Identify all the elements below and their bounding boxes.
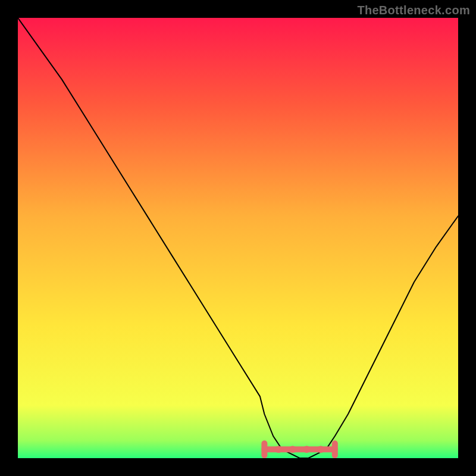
svg-point-5 <box>303 446 310 453</box>
svg-point-3 <box>275 446 282 453</box>
svg-point-6 <box>317 446 324 453</box>
watermark-text: TheBottleneck.com <box>357 4 470 17</box>
svg-point-4 <box>289 446 296 453</box>
chart-svg <box>18 18 458 458</box>
plot-area <box>18 18 458 458</box>
chart-frame: TheBottleneck.com <box>0 0 476 476</box>
svg-rect-0 <box>18 18 458 458</box>
